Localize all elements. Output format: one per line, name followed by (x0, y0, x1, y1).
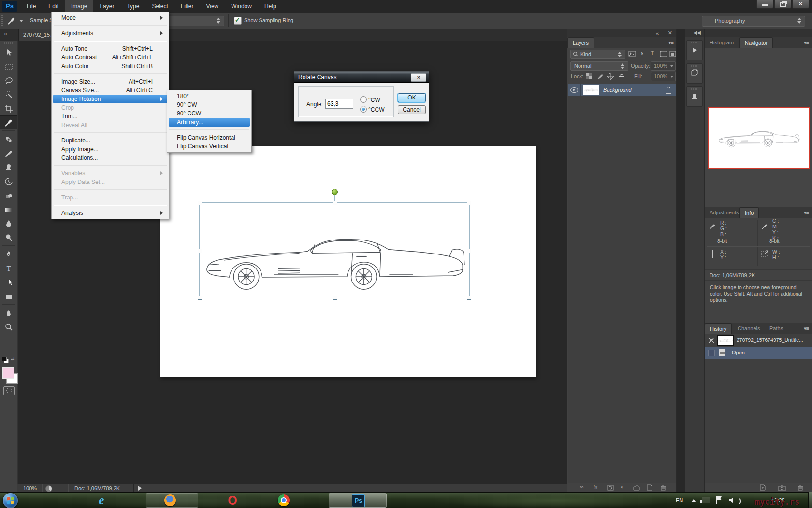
status-zoom-level[interactable]: 100% (23, 485, 37, 491)
lock-pixels-icon[interactable] (596, 73, 603, 80)
menu-view[interactable]: View (200, 0, 225, 13)
panel-menu-icon[interactable] (804, 325, 809, 332)
menu-item-calculations[interactable]: Calculations... (53, 154, 167, 162)
tab-paths[interactable]: Paths (765, 323, 788, 334)
foreground-color-swatch[interactable] (2, 367, 14, 379)
new-group-icon[interactable] (633, 485, 640, 491)
menu-item-mode[interactable]: Mode (53, 14, 167, 22)
cancel-button[interactable]: Cancel (398, 105, 426, 114)
show-desktop-button[interactable] (808, 492, 812, 508)
history-source-checkbox[interactable] (708, 350, 715, 356)
history-brush-source-icon[interactable] (708, 336, 715, 344)
healing-brush-tool[interactable] (0, 132, 17, 146)
options-bar-grip[interactable] (1, 15, 3, 27)
dialog-title-bar[interactable]: Rotate Canvas × (294, 72, 429, 83)
new-layer-icon[interactable] (647, 484, 652, 491)
menu-filter[interactable]: Filter (174, 0, 200, 13)
menu-item-auto-tone[interactable]: Auto ToneShift+Ctrl+L (53, 44, 167, 53)
menu-edit[interactable]: Edit (42, 0, 65, 13)
tab-history[interactable]: History (705, 323, 732, 334)
pen-tool[interactable] (0, 247, 17, 261)
layer-styles-icon[interactable]: fx (594, 484, 598, 490)
tab-channels[interactable]: Channels (733, 323, 765, 334)
cw-radio[interactable] (360, 96, 367, 103)
cmyk-eyedropper-icon[interactable] (761, 223, 768, 230)
menu-item-adjustments[interactable]: Adjustments (53, 29, 167, 38)
tab-adjustments[interactable]: Adjustments (705, 207, 744, 218)
layer-visibility-toggle[interactable] (568, 84, 581, 96)
panel-menu-icon[interactable] (804, 40, 809, 46)
shape-tool[interactable] (0, 289, 17, 303)
handle-middle-right[interactable] (467, 249, 471, 253)
dodge-tool[interactable] (0, 230, 17, 244)
tab-histogram[interactable]: Histogram (705, 37, 739, 48)
menu-image[interactable]: Image (65, 0, 93, 13)
submenu-item-90-ccw[interactable]: 90° CCW (169, 109, 250, 118)
menu-item-trim[interactable]: Trim... (53, 112, 167, 121)
new-adjustment-layer-icon[interactable]: ◐ (621, 484, 624, 490)
dialog-close-button[interactable]: × (411, 73, 426, 82)
history-state-open[interactable]: Open (705, 347, 812, 359)
new-document-from-state-icon[interactable] (760, 484, 767, 491)
clone-source-panel-icon[interactable] (686, 86, 703, 107)
handle-bottom-right[interactable] (467, 296, 471, 300)
menu-item-image-rotation[interactable]: Image Rotation (53, 95, 167, 103)
menu-item-duplicate[interactable]: Duplicate... (53, 136, 167, 145)
gradient-tool[interactable] (0, 202, 17, 216)
default-colors-icon[interactable] (2, 357, 8, 362)
blur-tool[interactable] (0, 216, 17, 230)
lock-all-icon[interactable] (619, 76, 624, 81)
submenu-item-flip-horizontal[interactable]: Flip Canvas Horizontal (169, 133, 250, 142)
show-sampling-ring-checkbox[interactable] (234, 17, 242, 25)
layer-filter-kind-dropdown[interactable]: Kind (570, 50, 625, 59)
clone-stamp-tool[interactable] (0, 160, 17, 174)
network-icon[interactable] (702, 497, 710, 503)
layer-name[interactable]: Background (603, 87, 632, 93)
fill-value-dropdown[interactable]: 100% (651, 72, 676, 81)
restore-button[interactable] (774, 0, 791, 9)
chrome-icon[interactable] (278, 494, 290, 506)
internet-explorer-icon[interactable]: e (99, 494, 110, 506)
filter-smart-objects-icon[interactable] (669, 51, 676, 57)
collapse-panel-icon[interactable]: « (656, 30, 659, 36)
filter-shape-layers-icon[interactable] (660, 51, 667, 57)
handle-top-center[interactable] (333, 201, 337, 205)
menu-item-auto-color[interactable]: Auto ColorShift+Ctrl+B (53, 62, 167, 71)
add-layer-mask-icon[interactable] (607, 485, 614, 491)
ccw-radio[interactable] (360, 106, 367, 113)
action-center-flag-icon[interactable] (716, 496, 717, 504)
toolbar-grip[interactable] (4, 42, 14, 44)
crop-tool[interactable] (0, 101, 17, 115)
lock-transparency-icon[interactable] (586, 73, 592, 79)
submenu-item-flip-vertical[interactable]: Flip Canvas Vertical (169, 142, 250, 151)
filter-pixel-layers-icon[interactable] (628, 51, 636, 57)
opacity-value-dropdown[interactable]: 100% (651, 61, 676, 71)
menu-file[interactable]: File (20, 0, 42, 13)
panel-menu-icon[interactable] (804, 210, 809, 216)
firefox-icon[interactable] (164, 494, 176, 506)
opera-icon[interactable]: O (226, 494, 239, 507)
submenu-item-180[interactable]: 180° (169, 92, 250, 100)
menu-item-apply-image[interactable]: Apply Image... (53, 145, 167, 154)
hand-tool[interactable] (0, 306, 17, 320)
photoshop-taskbar-icon[interactable]: Ps (352, 494, 365, 507)
3d-panel-icon[interactable] (686, 63, 703, 84)
filter-type-layers-icon[interactable]: T (651, 50, 654, 56)
new-snapshot-camera-icon[interactable] (778, 485, 786, 491)
marquee-tool[interactable] (0, 59, 17, 73)
menu-item-analysis[interactable]: Analysis (53, 209, 167, 217)
filter-adjustment-layers-icon[interactable]: ◑ (640, 50, 643, 56)
rgb-eyedropper-icon[interactable] (709, 223, 716, 230)
navigator-preview[interactable] (708, 107, 810, 169)
tab-layers[interactable]: Layers (567, 37, 594, 48)
handle-bottom-left[interactable] (198, 296, 202, 300)
lasso-tool[interactable] (0, 73, 17, 87)
eyedropper-tool[interactable] (0, 115, 17, 129)
actions-panel-icon[interactable] (686, 40, 703, 60)
tool-preset-chevron-icon[interactable] (19, 20, 23, 22)
close-panel-icon[interactable]: ✕ (668, 30, 672, 36)
tab-navigator[interactable]: Navigator (740, 37, 773, 48)
layer-row-background[interactable]: Background (568, 84, 676, 96)
swap-colors-icon[interactable]: ⇄ (11, 356, 14, 361)
path-selection-tool[interactable] (0, 275, 17, 289)
